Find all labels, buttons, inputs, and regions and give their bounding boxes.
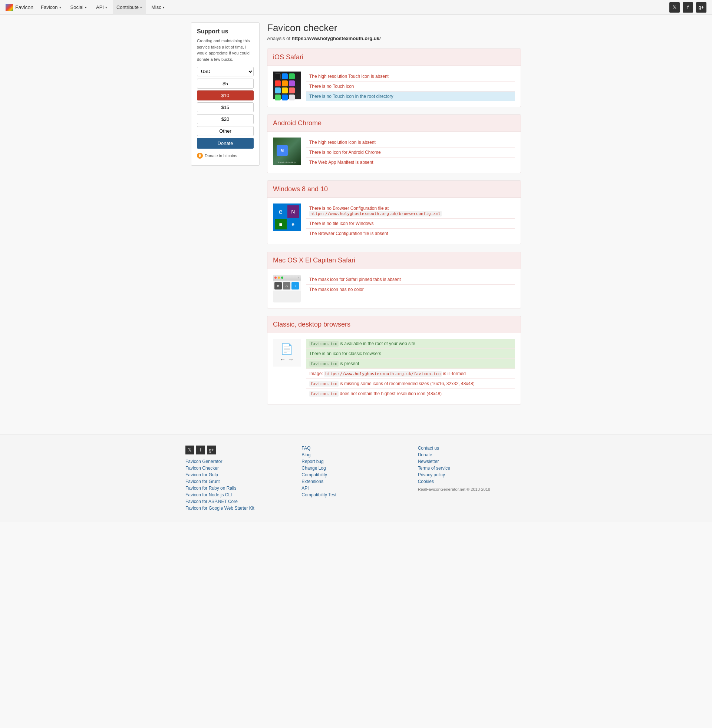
windows-preview-image: e N ■ e bbox=[273, 204, 301, 231]
footer-link[interactable]: Change Log bbox=[301, 466, 410, 471]
android-section: Android Chrome M Parish of the Holy The … bbox=[267, 114, 521, 173]
analysis-text: Analysis of https://www.holyghostexmouth… bbox=[267, 36, 521, 41]
message-row: There is no Touch icon in the root direc… bbox=[306, 92, 515, 101]
chevron-down-icon: ▾ bbox=[140, 6, 142, 9]
favicon-icon bbox=[6, 4, 13, 11]
donate-button[interactable]: Donate bbox=[197, 138, 254, 149]
nav-arrows: ← → bbox=[280, 356, 294, 363]
android-section-title: Android Chrome bbox=[273, 119, 322, 127]
nav-misc[interactable]: Misc ▾ bbox=[148, 0, 168, 15]
footer-link[interactable]: Favicon for Ruby on Rails bbox=[185, 485, 294, 491]
arrow-right-icon: → bbox=[288, 356, 294, 363]
app-icon bbox=[289, 73, 295, 79]
classic-section-content: 📄 ← → favicon.ico is available in the ro… bbox=[267, 333, 521, 404]
footer-googleplus-icon[interactable]: g+ bbox=[207, 445, 216, 454]
windows-section-header: Windows 8 and 10 bbox=[267, 181, 521, 198]
file-icon: 📄 bbox=[280, 343, 293, 355]
footer-twitter-icon[interactable]: 𝕏 bbox=[185, 445, 194, 454]
app-icon bbox=[282, 95, 288, 101]
footer-link[interactable]: Report bug bbox=[301, 459, 410, 464]
footer-col2: FAQ Blog Report bug Change Log Compatibi… bbox=[301, 445, 410, 511]
footer-link[interactable]: Favicon Checker bbox=[185, 466, 294, 471]
app-icon bbox=[282, 87, 288, 93]
footer-link[interactable]: Favicon for Grunt bbox=[185, 479, 294, 484]
twitter-icon[interactable]: 𝕏 bbox=[669, 2, 680, 13]
brand-label: Favicon bbox=[15, 4, 33, 10]
message-row: The mask icon for Safari pinned tabs is … bbox=[306, 275, 515, 285]
message-row: There is an icon for classic browsers bbox=[306, 349, 515, 359]
android-section-header: Android Chrome bbox=[267, 115, 521, 132]
footer-link[interactable]: Extensions bbox=[301, 479, 410, 484]
classic-section: Classic, desktop browsers 📄 ← → favicon.… bbox=[267, 316, 521, 404]
footer-link[interactable]: Contact us bbox=[418, 445, 527, 451]
ios-section-content: The high resolution Touch icon is absent… bbox=[267, 66, 521, 107]
message-row: The Web App Manifest is absent bbox=[306, 158, 515, 167]
message-row: Image: https://www.holyghostexmouth.org.… bbox=[306, 369, 515, 379]
navbar: Favicon Favicon ▾ Social ▾ API ▾ Contrib… bbox=[0, 0, 712, 15]
footer-link[interactable]: Favicon for Gulp bbox=[185, 472, 294, 478]
footer-link[interactable]: Blog bbox=[301, 452, 410, 457]
footer-link[interactable]: Cookies bbox=[418, 479, 527, 484]
classic-section-header: Classic, desktop browsers bbox=[267, 316, 521, 333]
ios-section: iOS Safari The hi bbox=[267, 49, 521, 107]
app-icon bbox=[282, 73, 288, 79]
windows-section: Windows 8 and 10 e N ■ e There is no Bro… bbox=[267, 181, 521, 244]
footer-links-col1: Favicon Generator Favicon Checker Favico… bbox=[185, 459, 294, 511]
nav-favicon[interactable]: Favicon ▾ bbox=[37, 0, 65, 15]
mac-close-btn bbox=[274, 277, 277, 279]
mac-body: B A t bbox=[273, 281, 301, 291]
support-title: Support us bbox=[197, 28, 254, 35]
nav-social[interactable]: Social ▾ bbox=[67, 0, 90, 15]
support-box: Support us Creating and maintaining this… bbox=[191, 22, 260, 166]
classic-messages: favicon.ico is available in the root of … bbox=[306, 339, 515, 398]
message-row: favicon.ico does not contain the highest… bbox=[306, 389, 515, 398]
amount-15-button[interactable]: $15 bbox=[197, 102, 254, 112]
inline-code: favicon.ico bbox=[309, 381, 338, 387]
mac-preview-image: ‹ B A t bbox=[273, 275, 301, 302]
chevron-down-icon: ▾ bbox=[105, 6, 107, 9]
app-icon bbox=[289, 80, 295, 86]
currency-select[interactable]: USD EUR GBP bbox=[197, 67, 254, 76]
amount-5-button[interactable]: $5 bbox=[197, 78, 254, 89]
googleplus-icon[interactable]: g+ bbox=[696, 2, 706, 13]
footer-social: 𝕏 f g+ bbox=[185, 445, 294, 454]
content-area: Favicon checker Analysis of https://www.… bbox=[267, 22, 521, 412]
mac-section-title: Mac OS X El Capitan Safari bbox=[273, 256, 355, 264]
win-tile: N bbox=[288, 205, 299, 218]
footer-link[interactable]: Donate bbox=[418, 452, 527, 457]
facebook-icon[interactable]: f bbox=[683, 2, 693, 13]
app-icon bbox=[275, 73, 281, 79]
footer-link[interactable]: Favicon for Node.js CLI bbox=[185, 492, 294, 497]
footer-link[interactable]: Favicon Generator bbox=[185, 459, 294, 464]
footer-link[interactable]: API bbox=[301, 485, 410, 491]
mac-section-header: Mac OS X El Capitan Safari bbox=[267, 252, 521, 269]
footer-facebook-icon[interactable]: f bbox=[196, 445, 205, 454]
brand-logo[interactable]: Favicon bbox=[6, 4, 33, 11]
footer-link[interactable]: Compatibility Test bbox=[301, 492, 410, 497]
amount-20-button[interactable]: $20 bbox=[197, 114, 254, 124]
win-tile: e bbox=[275, 205, 287, 218]
nav-api[interactable]: API ▾ bbox=[92, 0, 111, 15]
footer-link[interactable]: Newsletter bbox=[418, 459, 527, 464]
footer-link[interactable]: Privacy policy bbox=[418, 472, 527, 478]
footer-link[interactable]: Favicon for ASP.NET Core bbox=[185, 499, 294, 504]
message-row: There is no icon for Android Chrome bbox=[306, 148, 515, 158]
nav-contribute[interactable]: Contribute ▾ bbox=[113, 0, 146, 15]
windows-messages: There is no Browser Configuration file a… bbox=[306, 204, 515, 238]
footer-link[interactable]: Terms of service bbox=[418, 466, 527, 471]
footer-link[interactable]: FAQ bbox=[301, 445, 410, 451]
amount-other-button[interactable]: Other bbox=[197, 126, 254, 136]
amount-10-button[interactable]: $10 bbox=[197, 90, 254, 101]
android-section-content: M Parish of the Holy The high resolution… bbox=[267, 132, 521, 173]
footer-link[interactable]: Favicon for Google Web Starter Kit bbox=[185, 506, 294, 511]
footer-link[interactable]: Compatibility bbox=[301, 472, 410, 478]
bookmark-icon: t bbox=[291, 282, 299, 290]
url-code: https://www.holyghostexmouth.org.uk/favi… bbox=[324, 371, 442, 377]
ios-preview-image bbox=[273, 71, 301, 99]
mac-back-btn: ‹ bbox=[298, 276, 299, 280]
footer-col3: Contact us Donate Newsletter Terms of se… bbox=[418, 445, 527, 511]
chevron-down-icon: ▾ bbox=[85, 6, 87, 9]
mac-minimize-btn bbox=[278, 277, 280, 279]
bitcoin-donate-link[interactable]: ₿ Donate in bitcoins bbox=[197, 152, 254, 160]
mac-section: Mac OS X El Capitan Safari ‹ B A t bbox=[267, 252, 521, 308]
